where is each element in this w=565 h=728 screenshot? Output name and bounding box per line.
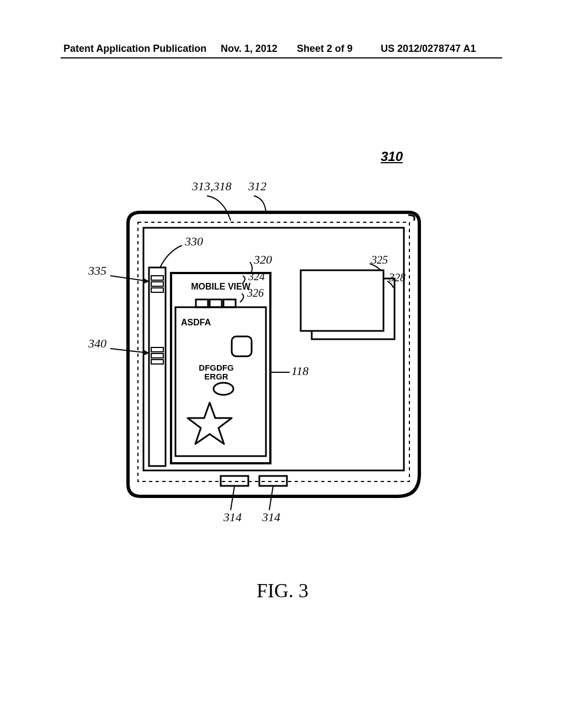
header-docnum: US 2012/0278747 A1 <box>381 43 476 55</box>
mobile-tab <box>223 299 236 307</box>
figure-caption: FIG. 3 <box>0 579 565 602</box>
mobile-text-2a: DFGDFG <box>199 363 233 372</box>
header-publication: Patent Application Publication <box>63 43 206 55</box>
ref-330: 330 <box>184 234 203 248</box>
rounded-square-icon <box>232 336 252 356</box>
ref-340: 340 <box>88 336 106 350</box>
header-sheet: Sheet 2 of 9 <box>297 43 353 55</box>
right-panel-front <box>301 270 383 331</box>
header-date: Nov. 1, 2012 <box>221 43 278 55</box>
ref-335: 335 <box>88 264 106 277</box>
leader-330 <box>160 245 182 267</box>
ref-328: 328 <box>388 271 406 283</box>
mobile-tab <box>196 299 208 307</box>
ref-326: 326 <box>247 287 264 299</box>
device-corner-bevel <box>408 215 414 221</box>
leader-313-318 <box>207 196 231 221</box>
mobile-text-1: ASDFA <box>181 318 211 327</box>
mobile-tab <box>210 299 222 307</box>
page: Patent Application Publication Nov. 1, 2… <box>0 0 565 728</box>
ref-320: 320 <box>253 253 272 266</box>
sidebar-column <box>149 267 166 466</box>
leader-326 <box>240 293 243 302</box>
ref-310: 310 <box>381 149 403 164</box>
oval-icon <box>214 383 233 395</box>
dashed-content-area <box>138 222 409 481</box>
inner-panel <box>143 228 404 470</box>
sidebar-group-340-item <box>151 354 163 358</box>
header-rule <box>61 57 502 58</box>
ref-313-318: 313,318 <box>191 179 232 193</box>
mobile-view-title: MOBILE VIEW <box>191 282 250 291</box>
leader-312 <box>254 196 266 212</box>
star-icon <box>188 403 232 444</box>
ref-118: 118 <box>291 364 308 378</box>
sidebar-group-340-item <box>151 347 163 352</box>
sidebar-group-335-item <box>151 276 163 280</box>
figure-3: MOBILE VIEW ASDFA DFGDFG ERGR <box>61 165 502 585</box>
sidebar-group-335-item <box>151 288 163 292</box>
ref-324: 324 <box>248 270 265 282</box>
sidebar-group-340-item <box>151 360 163 364</box>
ref-314-left: 314 <box>223 510 242 524</box>
ref-325: 325 <box>371 254 388 266</box>
ref-312: 312 <box>248 179 266 193</box>
mobile-text-2b: ERGR <box>204 372 228 381</box>
ref-314-right: 314 <box>262 510 280 524</box>
sidebar-group-335-item <box>151 282 163 286</box>
